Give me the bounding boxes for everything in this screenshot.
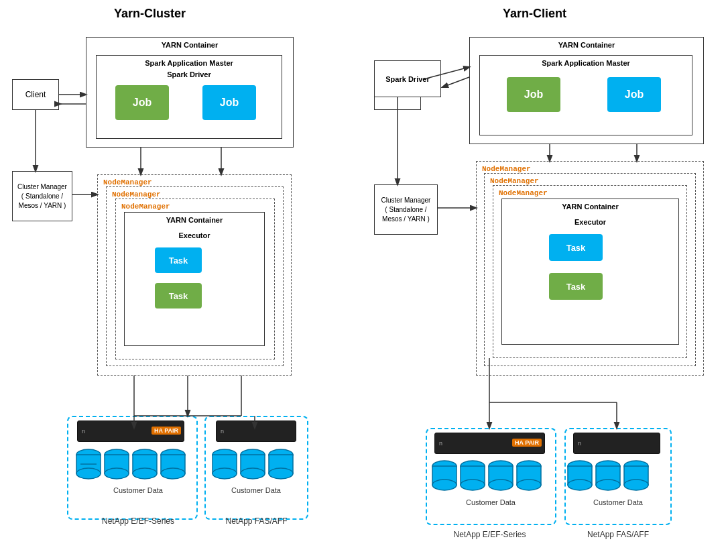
diagram-container: Yarn-Cluster Client YARN Container Spark… [0, 0, 728, 560]
right-task1: Task [549, 234, 603, 261]
svg-point-18 [241, 468, 265, 479]
svg-point-33 [517, 480, 541, 490]
left-spark-app-master-label: Spark Application Master [97, 59, 282, 67]
svg-point-42 [624, 480, 648, 490]
left-fas-netapp-label: NetApp FAS/AFF [208, 516, 305, 526]
right-job2: Job [607, 77, 661, 112]
left-efs-cylinders [75, 448, 188, 483]
right-nodemanager2-label: NodeManager [490, 177, 539, 185]
svg-point-27 [461, 480, 485, 490]
left-yarn-container-bottom-label: YARN Container [125, 216, 264, 224]
left-efs-customer-data-label: Customer Data [82, 486, 194, 494]
right-nodemanager3-label: NodeManager [499, 189, 548, 197]
right-yarn-container-top-label: YARN Container [470, 41, 703, 49]
left-yarn-container-top-label: YARN Container [86, 41, 293, 49]
svg-point-2 [76, 468, 101, 479]
right-efs-customer-data-label: Customer Data [434, 498, 547, 506]
left-yarn-container-top: YARN Container Spark Application Master … [86, 37, 294, 148]
right-cluster-manager-box: Cluster Manager( Standalone /Mesos / YAR… [374, 184, 438, 235]
svg-point-36 [568, 480, 592, 490]
right-executor-label: Executor [502, 218, 678, 226]
left-yarn-container-bottom: YARN Container Executor Task Task [124, 212, 265, 346]
right-fas-cylinders [566, 459, 666, 496]
left-job2: Job [202, 85, 256, 120]
left-executor-label: Executor [125, 231, 264, 239]
right-efs-netapp-label: NetApp E/EF-Series [431, 530, 548, 539]
svg-point-9 [133, 468, 157, 479]
left-efs-server: HA PAIR n [77, 421, 184, 442]
left-client-box: Client [12, 79, 59, 110]
right-job1: Job [507, 77, 560, 112]
left-client-label: Client [25, 90, 46, 99]
left-job1: Job [115, 85, 169, 120]
left-fas-server: n [216, 421, 296, 442]
left-nodemanager1-label: NodeManager [103, 178, 152, 186]
svg-point-30 [489, 480, 513, 490]
svg-point-12 [161, 468, 185, 479]
right-yarn-container-bottom-label: YARN Container [502, 203, 678, 211]
right-yarn-container-bottom: YARN Container Executor Task Task [501, 199, 679, 345]
svg-point-15 [213, 468, 237, 479]
left-efs-netapp-label: NetApp E/EF-Series [82, 516, 194, 526]
right-spark-app-master-box: Spark Application Master Job Job [479, 55, 692, 135]
right-cluster-manager-label: Cluster Manager( Standalone /Mesos / YAR… [381, 196, 431, 224]
svg-line-58 [442, 77, 469, 87]
left-spark-app-master-box: Spark Application Master Spark Driver Jo… [96, 55, 282, 139]
right-fas-customer-data-label: Customer Data [568, 498, 668, 506]
left-section-title: Yarn-Cluster [114, 7, 186, 21]
left-cluster-manager-label: Cluster Manager( Standalone /Mesos / YAR… [17, 182, 67, 211]
right-task2: Task [549, 273, 603, 300]
left-cluster-manager-box: Cluster Manager( Standalone /Mesos / YAR… [12, 171, 72, 221]
svg-point-24 [432, 480, 457, 490]
right-efs-cylinders [431, 459, 548, 496]
left-nodemanager3-label: NodeManager [121, 203, 170, 211]
right-yarn-container-top: YARN Container Spark Application Master … [469, 37, 704, 144]
left-fas-customer-data-label: Customer Data [213, 486, 299, 494]
right-nodemanager1-label: NodeManager [482, 165, 531, 173]
left-spark-driver-label: Spark Driver [97, 70, 282, 78]
left-fas-cylinders [211, 448, 297, 483]
right-spark-driver-box: Spark Driver [374, 60, 441, 97]
svg-point-6 [105, 468, 129, 479]
svg-point-21 [269, 468, 293, 479]
left-task2: Task [155, 283, 202, 309]
right-fas-netapp-label: NetApp FAS/AFF [564, 530, 672, 539]
right-section-title: Yarn-Client [503, 7, 566, 21]
right-efs-server: HA PAIR n [434, 433, 545, 454]
right-spark-driver-label: Spark Driver [385, 75, 429, 83]
svg-point-39 [596, 480, 620, 490]
left-task1: Task [155, 247, 202, 273]
left-nodemanager2-label: NodeManager [112, 190, 161, 199]
right-efs-ha-pair: HA PAIR [512, 439, 542, 447]
right-spark-app-master-label: Spark Application Master [480, 59, 692, 67]
right-fas-server: n [573, 433, 660, 454]
left-efs-ha-pair: HA PAIR [151, 427, 181, 435]
